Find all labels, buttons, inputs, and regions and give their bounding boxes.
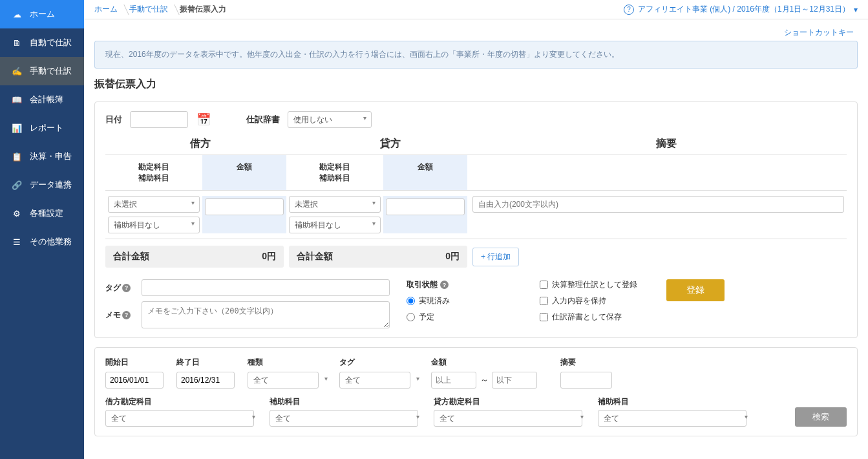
chart-icon: 📊 — [9, 123, 25, 133]
context-label: アフィリエイト事業 (個人) / 2016年度（1月1日～12月31日） — [638, 4, 850, 15]
search-tag-select[interactable]: 全て — [339, 372, 425, 389]
info-box: 現在、2016年度のデータを表示中です。他年度の入出金・仕訳の入力を行う場合には… — [94, 41, 858, 69]
sidebar-item-home[interactable]: ☁ ホーム — [0, 0, 84, 28]
search-type-select[interactable]: 全て — [248, 372, 333, 389]
memo-col — [467, 196, 847, 233]
add-row-button[interactable]: + 行追加 — [472, 248, 519, 266]
help-icon[interactable]: ? — [440, 281, 449, 289]
status-done-radio[interactable]: 実現済み — [407, 295, 523, 306]
sidebar-item-report[interactable]: 📊 レポート — [0, 114, 84, 142]
chk-settle[interactable]: 決算整理仕訳として登録 — [540, 279, 650, 290]
search-memo-input[interactable] — [560, 372, 612, 389]
crumb-sep-icon — [171, 5, 177, 15]
credit-amount-input[interactable] — [386, 198, 465, 215]
search-amt-l: 金額 — [431, 357, 554, 368]
status-future-radio[interactable]: 予定 — [407, 312, 523, 323]
header-context[interactable]: ? アフィリエイト事業 (個人) / 2016年度（1月1日～12月31日） ▾ — [624, 4, 858, 15]
search-grid-top: 開始日 終了日 種類 タグ 金額 摘要 全て 全て ～ — [105, 357, 847, 389]
debit-aux-select[interactable]: 全て — [270, 410, 425, 427]
entry-row: 未選択 補助科目なし 未選択 補助科目なし — [105, 190, 847, 239]
search-tag-l: タグ — [339, 357, 425, 368]
credit-acc-select[interactable]: 全て — [434, 410, 589, 427]
search-end-l: 終了日 — [176, 357, 241, 368]
credit-acc-col: 貸方勘定科目 全て — [434, 396, 589, 427]
entry-panel: 日付 📅 仕訳辞書 使用しない 借方 貸方 摘要 勘定科目補助科目 金額 — [94, 101, 858, 338]
tag-input[interactable] — [142, 279, 390, 296]
date-label: 日付 — [105, 114, 122, 125]
search-btn-wrap: 検索 — [795, 407, 847, 427]
chevron-down-icon: ▾ — [854, 5, 858, 14]
col-debit: 借方 — [105, 137, 295, 155]
credit-aux-select[interactable]: 全て — [598, 410, 753, 427]
meta-mid: 取引状態? 実現済み 予定 — [407, 279, 523, 328]
search-end-input[interactable] — [176, 372, 235, 389]
debit-aux-col: 補助科目 全て — [270, 396, 425, 427]
help-icon[interactable]: ? — [122, 284, 131, 292]
search-row2: 借方勘定科目 全て 補助科目 全て 貸方勘定科目 全て 補助科目 全て 検索 — [105, 396, 847, 427]
sub-debit-acc: 勘定科目補助科目 — [105, 155, 202, 190]
debit-amount-input[interactable] — [205, 198, 284, 215]
dict-select[interactable]: 使用しない — [288, 111, 372, 128]
calendar-icon[interactable]: 📅 — [196, 112, 211, 127]
tag-label: タグ? — [105, 283, 142, 294]
sidebar: ☁ ホーム 🗎 自動で仕訳 ✍ 手動で仕訳 📖 会計帳簿 📊 レポート 📋 決算… — [0, 0, 84, 459]
crumb-home[interactable]: ホーム — [94, 4, 118, 15]
search-start-l: 開始日 — [105, 357, 170, 368]
memo-input[interactable] — [472, 196, 844, 213]
book-icon: 📖 — [9, 95, 25, 105]
amt-ge-input[interactable] — [431, 372, 476, 389]
debit-acc-col: 未選択 補助科目なし — [105, 196, 202, 233]
debit-aux-select[interactable]: 補助科目なし — [108, 217, 200, 233]
calc-icon: 📋 — [9, 152, 25, 162]
search-button[interactable]: 検索 — [795, 407, 847, 427]
dict-label: 仕訳辞書 — [246, 114, 280, 125]
sub-memo — [467, 155, 847, 190]
form-row-top: 日付 📅 仕訳辞書 使用しない — [105, 111, 847, 128]
sidebar-item-closing[interactable]: 📋 決算・申告 — [0, 142, 84, 171]
sidebar-item-label: 会計帳簿 — [30, 94, 63, 105]
debit-total: 合計金額0円 — [105, 246, 284, 268]
sidebar-item-label: 自動で仕訳 — [30, 37, 72, 48]
ledger-header: 借方 貸方 摘要 — [105, 137, 847, 155]
sidebar-item-label: 手動で仕訳 — [30, 65, 72, 77]
memo-textarea[interactable] — [142, 301, 390, 328]
col-credit: 貸方 — [295, 137, 485, 155]
page-title: 振替伝票入力 — [94, 78, 858, 91]
chk-savedic[interactable]: 仕訳辞書として保存 — [540, 312, 650, 323]
sidebar-item-datalink[interactable]: 🔗 データ連携 — [0, 171, 84, 199]
sidebar-item-ledger[interactable]: 📖 会計帳簿 — [0, 85, 84, 114]
crumb-manual[interactable]: 手動で仕訳 — [129, 4, 168, 15]
chk-keep[interactable]: 入力内容を保持 — [540, 295, 650, 306]
credit-acc-col: 未選択 補助科目なし — [286, 196, 383, 233]
shortcut-link[interactable]: ショートカットキー — [784, 28, 854, 37]
help-icon[interactable]: ? — [122, 311, 131, 319]
sidebar-item-settings[interactable]: ⚙ 各種設定 — [0, 199, 84, 228]
crumb-current: 振替伝票入力 — [180, 4, 226, 15]
memo-label: メモ? — [105, 310, 142, 321]
credit-total: 合計金額0円 — [289, 246, 467, 268]
date-input[interactable] — [130, 111, 188, 128]
sidebar-item-other[interactable]: ☰ その他業務 — [0, 228, 84, 256]
sidebar-item-label: 各種設定 — [30, 208, 63, 219]
credit-aux-select[interactable]: 補助科目なし — [289, 217, 381, 233]
search-type-l: 種類 — [248, 357, 333, 368]
sidebar-item-label: ホーム — [30, 8, 55, 20]
debit-acc-col: 借方勘定科目 全て — [105, 396, 260, 427]
sidebar-item-auto-journal[interactable]: 🗎 自動で仕訳 — [0, 28, 84, 57]
debit-amount-col — [202, 196, 286, 233]
credit-aux-col: 補助科目 全て — [598, 396, 753, 427]
main: ホーム 手動で仕訳 振替伝票入力 ? アフィリエイト事業 (個人) / 2016… — [84, 0, 868, 459]
debit-acc-select[interactable]: 全て — [105, 410, 260, 427]
debit-account-select[interactable]: 未選択 — [108, 196, 200, 213]
sidebar-item-manual-journal[interactable]: ✍ 手動で仕訳 — [0, 57, 84, 85]
amt-range: ～ — [431, 372, 554, 389]
breadcrumb-bar: ホーム 手動で仕訳 振替伝票入力 ? アフィリエイト事業 (個人) / 2016… — [84, 0, 868, 19]
link-icon: 🔗 — [9, 180, 25, 190]
amt-le-input[interactable] — [492, 372, 537, 389]
register-button[interactable]: 登録 — [666, 279, 725, 301]
search-start-input[interactable] — [105, 372, 164, 389]
help-icon[interactable]: ? — [624, 5, 634, 15]
sub-credit-amt: 金額 — [383, 155, 467, 190]
crumb-sep-icon — [120, 5, 127, 15]
credit-account-select[interactable]: 未選択 — [289, 196, 381, 213]
